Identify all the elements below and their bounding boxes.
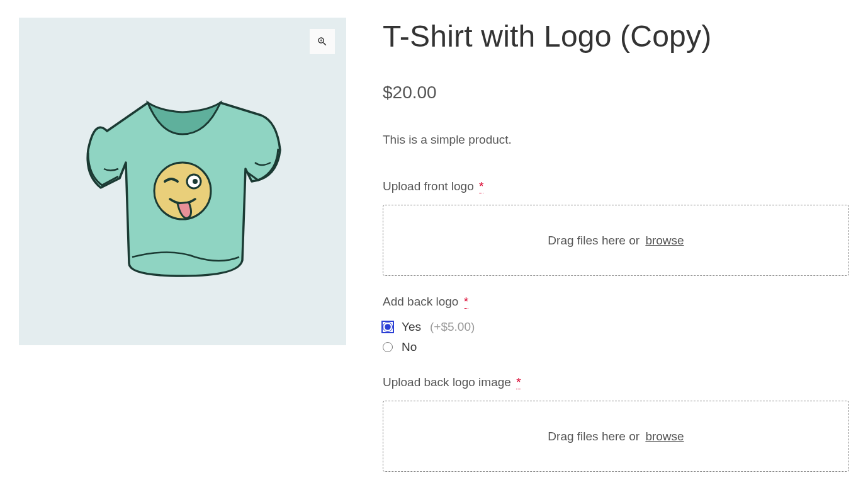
dropzone-text: Drag files here or browse (548, 234, 684, 248)
product-image[interactable] (19, 18, 346, 345)
back-logo-option-no[interactable]: No (383, 340, 849, 354)
browse-link[interactable]: browse (645, 234, 684, 247)
browse-link[interactable]: browse (645, 430, 684, 443)
radio-no-label: No (402, 340, 417, 354)
radio-yes[interactable] (383, 322, 393, 332)
radio-yes-label: Yes (402, 320, 421, 334)
back-logo-option-yes[interactable]: Yes (+$5.00) (383, 320, 849, 334)
required-indicator: * (464, 295, 468, 309)
add-back-logo-label: Add back logo * (383, 295, 849, 309)
back-logo-dropzone[interactable]: Drag files here or browse (383, 401, 849, 472)
svg-point-2 (193, 179, 198, 184)
product-title: T-Shirt with Logo (Copy) (383, 19, 849, 54)
required-indicator: * (479, 180, 483, 193)
zoom-in-icon (317, 36, 328, 47)
required-indicator: * (516, 375, 521, 389)
product-description: This is a simple product. (383, 133, 849, 147)
zoom-button[interactable] (310, 29, 335, 54)
upload-front-logo-label: Upload front logo * (383, 180, 849, 193)
tshirt-illustration (69, 68, 296, 295)
product-price: $20.00 (383, 83, 849, 103)
front-logo-dropzone[interactable]: Drag files here or browse (383, 205, 849, 276)
dropzone-text: Drag files here or browse (548, 430, 684, 443)
price-modifier: (+$5.00) (430, 320, 475, 334)
radio-no[interactable] (383, 342, 393, 352)
upload-back-logo-label: Upload back logo image * (383, 375, 849, 389)
